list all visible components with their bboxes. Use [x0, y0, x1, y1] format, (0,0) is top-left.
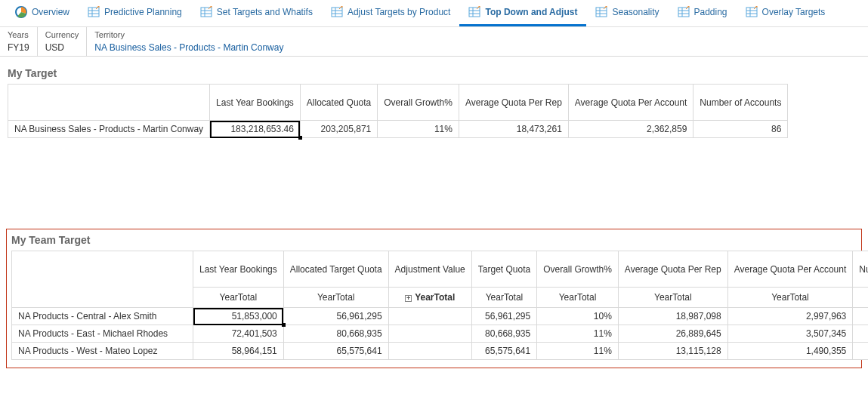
- data-cell[interactable]: 80,668,935: [283, 325, 388, 343]
- col-header[interactable]: Average Quota Per Rep: [618, 251, 727, 288]
- data-cell[interactable]: 1,490,355: [727, 343, 853, 360]
- data-cell[interactable]: 51,853,000: [193, 308, 284, 325]
- col-header[interactable]: Target Quota: [471, 251, 536, 288]
- data-cell[interactable]: [388, 308, 471, 325]
- tab-label: Overlay Targets: [762, 7, 826, 17]
- data-cell[interactable]: 11%: [378, 121, 459, 138]
- sub-header[interactable]: YearTotal: [618, 288, 727, 308]
- data-row: NA Business Sales - Products - Martin Co…: [8, 121, 788, 138]
- data-cell[interactable]: 56,961,295: [283, 308, 388, 325]
- data-cell[interactable]: 183,218,653.46: [210, 121, 301, 138]
- section-title: My Team Target: [11, 234, 857, 246]
- pov-bar: Years FY19 Currency USD Territory NA Bus…: [0, 27, 868, 57]
- data-cell[interactable]: 80,668,935: [471, 325, 536, 343]
- sub-header[interactable]: YearTotal: [283, 288, 388, 308]
- svg-rect-21: [678, 8, 689, 17]
- col-header[interactable]: Average Quota Per Account: [568, 85, 693, 121]
- grid-icon: [678, 6, 690, 18]
- col-header[interactable]: Number of Accounts: [853, 251, 868, 288]
- my-team-target-highlight: My Team Target Last Year Bookings Alloca…: [6, 229, 862, 368]
- pov-currency[interactable]: Currency USD: [38, 27, 88, 56]
- sub-header[interactable]: YearTotal: [193, 288, 284, 308]
- pov-years[interactable]: Years FY19: [0, 27, 38, 56]
- col-header[interactable]: Average Quota Per Account: [727, 251, 853, 288]
- data-cell[interactable]: 19: [853, 308, 868, 325]
- col-header[interactable]: Allocated Target Quota: [283, 251, 388, 288]
- tab-label: Top Down and Adjust: [485, 7, 577, 17]
- col-header[interactable]: Last Year Bookings: [193, 251, 284, 288]
- tab-overview[interactable]: Overview: [6, 0, 79, 26]
- col-header[interactable]: Adjustment Value: [388, 251, 471, 288]
- sub-header[interactable]: YearTotal: [537, 288, 619, 308]
- tab-overlay-targets[interactable]: Overlay Targets: [737, 0, 835, 26]
- pov-value: NA Business Sales - Products - Martin Co…: [94, 42, 860, 53]
- col-header[interactable]: Number of Accounts: [693, 85, 788, 121]
- corner-cell: [8, 85, 210, 121]
- col-header[interactable]: Overall Growth%: [378, 85, 459, 121]
- data-cell[interactable]: 44: [853, 343, 868, 360]
- row-label[interactable]: NA Products - Central - Alex Smith: [12, 308, 193, 325]
- data-cell[interactable]: 18,987,098: [618, 308, 727, 325]
- sub-header[interactable]: YearTotal: [853, 288, 868, 308]
- data-cell[interactable]: 11%: [537, 343, 619, 360]
- sub-header-expandable[interactable]: +YearTotal: [388, 288, 471, 308]
- data-cell[interactable]: 2,362,859: [568, 121, 693, 138]
- tab-label: Padding: [694, 7, 727, 17]
- svg-rect-1: [88, 8, 99, 17]
- grid-icon: [200, 6, 212, 18]
- tab-label: Set Targets and Whatifs: [217, 7, 313, 17]
- data-cell[interactable]: 56,961,295: [471, 308, 536, 325]
- tab-adjust-by-product[interactable]: Adjust Targets by Product: [322, 0, 460, 26]
- grid-icon: [331, 6, 343, 18]
- data-cell[interactable]: 3,507,345: [727, 325, 853, 343]
- svg-rect-5: [201, 8, 212, 17]
- data-cell[interactable]: 203,205,871: [300, 121, 377, 138]
- col-header[interactable]: Last Year Bookings: [210, 85, 301, 121]
- row-label[interactable]: NA Products - East - Michael Rhodes: [12, 325, 193, 343]
- tab-top-down-adjust[interactable]: Top Down and Adjust: [459, 0, 586, 26]
- svg-rect-13: [469, 8, 480, 17]
- data-cell[interactable]: 65,575,641: [471, 343, 536, 360]
- data-cell[interactable]: 18,473,261: [459, 121, 568, 138]
- data-cell[interactable]: 23: [853, 325, 868, 343]
- tab-seasonality[interactable]: Seasonality: [586, 0, 668, 26]
- grid-icon: [88, 6, 100, 18]
- data-cell[interactable]: [388, 325, 471, 343]
- pie-chart-icon: [15, 6, 27, 18]
- pov-territory[interactable]: Territory NA Business Sales - Products -…: [87, 27, 868, 56]
- tab-padding[interactable]: Padding: [669, 0, 737, 26]
- tab-set-targets[interactable]: Set Targets and Whatifs: [191, 0, 322, 26]
- tab-bar: Overview Predictive Planning Set Targets…: [0, 0, 868, 27]
- my-target-grid[interactable]: Last Year Bookings Allocated Quota Overa…: [8, 84, 788, 138]
- sub-header[interactable]: YearTotal: [727, 288, 853, 308]
- data-row: NA Products - West - Mateo Lopez 58,964,…: [12, 343, 869, 360]
- row-label[interactable]: NA Products - West - Mateo Lopez: [12, 343, 193, 360]
- grid-icon: [468, 6, 480, 18]
- data-cell[interactable]: 65,575,641: [283, 343, 388, 360]
- data-cell[interactable]: 11%: [537, 325, 619, 343]
- data-cell[interactable]: 26,889,645: [618, 325, 727, 343]
- header-row: Last Year Bookings Allocated Target Quot…: [12, 251, 869, 288]
- data-cell[interactable]: 72,401,503: [193, 325, 284, 343]
- svg-rect-17: [596, 8, 607, 17]
- tab-predictive-planning[interactable]: Predictive Planning: [79, 0, 191, 26]
- my-team-target-grid[interactable]: Last Year Bookings Allocated Target Quot…: [11, 251, 868, 360]
- col-header[interactable]: Overall Growth%: [537, 251, 619, 288]
- col-header[interactable]: Allocated Quota: [300, 85, 377, 121]
- pov-value: USD: [45, 42, 79, 53]
- data-cell[interactable]: 13,115,128: [618, 343, 727, 360]
- my-target-section: My Target Last Year Bookings Allocated Q…: [8, 67, 860, 138]
- col-header[interactable]: Average Quota Per Rep: [459, 85, 568, 121]
- pov-label: Years: [8, 30, 29, 39]
- tab-label: Adjust Targets by Product: [348, 7, 451, 17]
- row-label[interactable]: NA Business Sales - Products - Martin Co…: [8, 121, 210, 138]
- grid-icon: [746, 6, 758, 18]
- data-cell[interactable]: 86: [693, 121, 788, 138]
- expand-icon[interactable]: +: [405, 295, 412, 302]
- data-cell[interactable]: 2,997,963: [727, 308, 853, 325]
- data-cell[interactable]: 58,964,151: [193, 343, 284, 360]
- data-cell[interactable]: 10%: [537, 308, 619, 325]
- sub-header[interactable]: YearTotal: [471, 288, 536, 308]
- tab-label: Predictive Planning: [104, 7, 182, 17]
- data-cell[interactable]: [388, 343, 471, 360]
